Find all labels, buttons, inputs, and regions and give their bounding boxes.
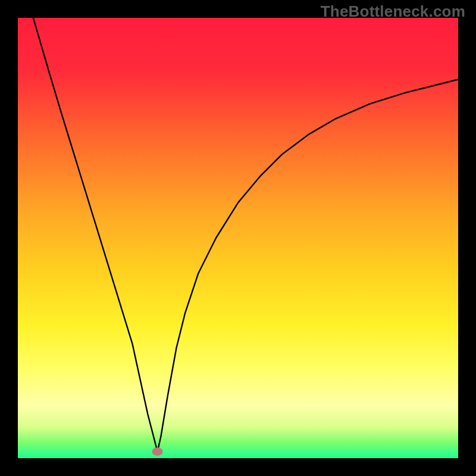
watermark-text: TheBottleneck.com [321,2,465,21]
plot-area [18,18,458,458]
plot-svg [18,18,458,458]
minimum-marker-dot [152,447,163,456]
chart-frame: TheBottleneck.com [0,0,476,476]
plot-background [18,18,458,458]
